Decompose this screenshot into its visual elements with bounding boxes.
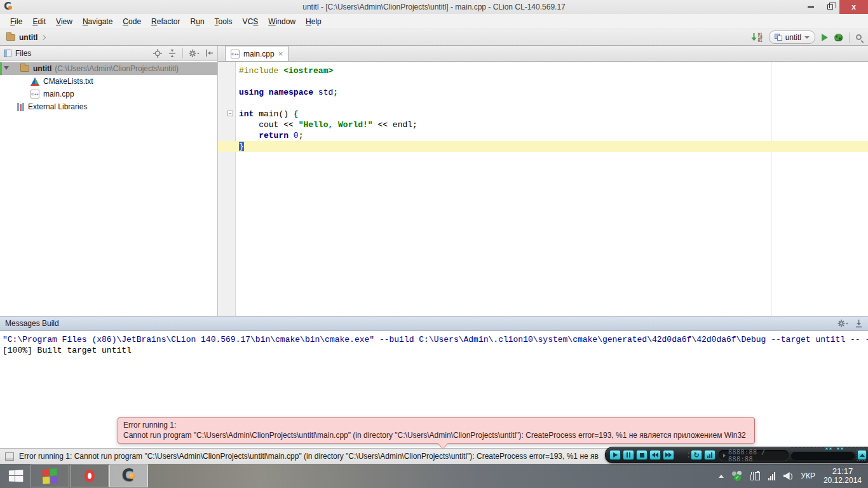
lcd-play-icon — [723, 454, 726, 458]
breadcrumb[interactable]: untitl — [6, 33, 45, 42]
system-tray: ✓ ) УКР 21:17 20.12.2014 — [719, 464, 868, 488]
gear-settings-icon[interactable] — [189, 49, 200, 58]
main-toolbar: untitl 011001 untitl — [0, 29, 868, 46]
code-line: } — [218, 141, 868, 152]
player-stop-button[interactable] — [636, 450, 648, 460]
rewind-icon — [652, 452, 658, 458]
tree-row-external-libraries[interactable]: External Libraries — [0, 100, 217, 113]
window-title: untitl - [C:\Users\Admin\ClionProjects\u… — [0, 3, 868, 11]
start-button[interactable] — [0, 464, 31, 488]
restore-icon — [827, 4, 833, 10]
clion-app-icon: C — [3, 2, 13, 12]
player-equalizer-button[interactable] — [704, 450, 715, 460]
title-bar: C untitl - [C:\Users\Admin\ClionProjects… — [0, 0, 868, 14]
collapse-all-icon[interactable] — [168, 49, 177, 58]
minimize-button[interactable] — [801, 0, 820, 14]
code-editor[interactable]: − − #include <iostream> using namespace … — [218, 62, 868, 316]
menu-file[interactable]: File — [5, 15, 27, 28]
status-message: Error running 1: Cannot run program "C:\… — [19, 452, 599, 461]
player-expand-button[interactable] — [857, 450, 867, 460]
run-config-select[interactable]: untitl — [769, 30, 815, 44]
toolbar-separator — [849, 32, 850, 43]
locate-file-icon[interactable] — [153, 49, 162, 58]
lcd-time-text: 8888:88 / 888:88 — [728, 449, 789, 463]
search-everywhere-button[interactable] — [856, 34, 862, 40]
balloon-message: Cannot run program "C:\Users\Admin\Clion… — [123, 430, 749, 440]
gear-settings-icon[interactable] — [837, 319, 848, 328]
menu-help[interactable]: Help — [301, 15, 327, 28]
clion-window: C untitl - [C:\Users\Admin\ClionProjects… — [0, 0, 868, 488]
build-console[interactable]: "C:\Program Files (x86)\JetBrains\CLion … — [0, 331, 868, 359]
code-line: return 0; — [218, 130, 868, 141]
editor-tab-bar: C++ main.cpp × — [218, 46, 868, 62]
expander-icon[interactable] — [4, 66, 9, 70]
tab-label: main.cpp — [243, 50, 275, 58]
player-prev-button[interactable] — [649, 450, 661, 460]
close-button[interactable]: x — [839, 0, 868, 14]
taskbar-app-cubes[interactable] — [31, 464, 69, 487]
player-separator-dots — [688, 452, 689, 458]
taskbar-app-clion[interactable]: C — [109, 464, 148, 487]
close-tab-icon[interactable]: × — [278, 51, 283, 57]
maincpp-label: main.cpp — [43, 90, 74, 98]
menu-run[interactable]: Run — [186, 15, 210, 28]
cmakelists-label: CMakeLists.txt — [43, 77, 93, 86]
run-config-label: untitl — [785, 33, 801, 42]
build-panel-title: Messages Build — [5, 319, 59, 328]
network-signal-icon[interactable] — [768, 472, 775, 480]
windows-logo-icon — [8, 470, 22, 482]
hidden-icons-arrow[interactable] — [719, 475, 724, 478]
dock-minimize-icon[interactable] — [855, 319, 863, 328]
sort-lines-icon[interactable]: 011001 — [751, 32, 762, 42]
tree-row-project-root[interactable]: untitl (C:\Users\Admin\ClionProjects\unt… — [0, 62, 217, 75]
build-panel-header: Messages Build — [0, 316, 868, 331]
console-line: [100%] Built target untitl — [3, 345, 865, 356]
restore-button[interactable] — [820, 0, 839, 14]
tab-main-cpp[interactable]: C++ main.cpp × — [225, 46, 288, 61]
player-next-button[interactable] — [663, 450, 674, 460]
power-tray-icon[interactable] — [750, 472, 760, 480]
project-panel-header: Files — [0, 46, 217, 61]
editor-area: C++ main.cpp × − − #include <iostream> u… — [218, 46, 868, 316]
menu-vcs[interactable]: VCS — [238, 15, 264, 28]
clion-orange-ball — [129, 473, 135, 479]
menu-refactor[interactable]: Refactor — [146, 15, 185, 28]
player-play-button[interactable] — [609, 450, 621, 460]
language-indicator[interactable]: УКР — [801, 471, 815, 480]
time: 21:17 — [824, 466, 862, 476]
project-root-path: (C:\Users\Admin\ClionProjects\untitl) — [55, 64, 179, 73]
antivirus-tray-icon[interactable]: ✓ — [732, 471, 742, 481]
clock[interactable]: 21:17 20.12.2014 — [824, 466, 862, 485]
menu-tools[interactable]: Tools — [210, 15, 238, 28]
sort-digits: 011001 — [757, 32, 762, 42]
player-pause-button[interactable] — [623, 450, 634, 460]
error-balloon[interactable]: Error running 1: Cannot run program "C:\… — [118, 417, 755, 444]
player-progress-bar[interactable] — [791, 452, 855, 460]
cmake-file-icon — [31, 78, 39, 86]
menu-window[interactable]: Window — [263, 15, 301, 28]
menu-code[interactable]: Code — [118, 15, 146, 28]
tree-row-cmakelists[interactable]: CMakeLists.txt — [0, 75, 217, 88]
media-player-deskband: ↻ 8888:88 / 888:88 — [605, 447, 868, 463]
menu-view[interactable]: View — [51, 15, 78, 28]
taskbar-app-opera[interactable] — [70, 464, 109, 487]
balloon-title: Error running 1: — [123, 420, 749, 430]
code-line: #include <iostream> — [218, 65, 868, 76]
project-root-label: untitl — [33, 64, 51, 73]
debug-button[interactable] — [834, 34, 843, 41]
player-repeat-button[interactable]: ↻ — [691, 450, 702, 460]
clion-icon: C — [121, 468, 137, 484]
hide-panel-icon[interactable] — [205, 49, 214, 57]
breadcrumb-label: untitl — [19, 33, 37, 42]
menu-edit[interactable]: Edit — [27, 15, 51, 28]
code-line — [218, 98, 868, 109]
tool-window-switcher-icon[interactable] — [5, 452, 14, 461]
run-button[interactable] — [822, 34, 828, 41]
repeat-icon: ↻ — [693, 452, 699, 459]
tree-row-maincpp[interactable]: C++ main.cpp — [0, 88, 217, 100]
console-line: "C:\Program Files (x86)\JetBrains\CLion … — [3, 334, 865, 345]
menu-navigate[interactable]: Navigate — [78, 15, 118, 28]
project-tool-window: Files untitl (C:\Users\Admin\ClionProjec… — [0, 46, 218, 316]
play-icon — [613, 452, 618, 458]
volume-icon[interactable]: ) — [783, 472, 793, 480]
